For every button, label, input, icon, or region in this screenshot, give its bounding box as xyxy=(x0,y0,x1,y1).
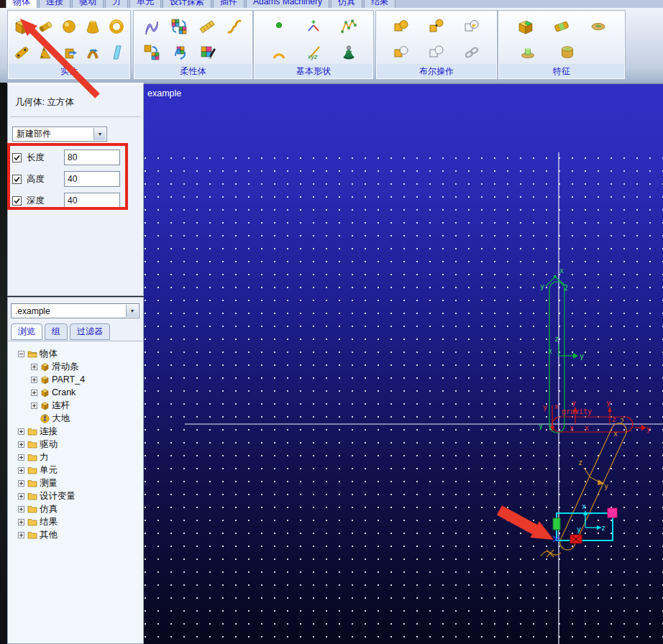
feature-shell-button[interactable] xyxy=(557,42,577,63)
solid-plate-button[interactable] xyxy=(35,42,55,63)
menu-tab-adams-machinery[interactable]: Adams Machinery xyxy=(246,0,329,8)
marker-button[interactable] xyxy=(303,17,324,37)
geometry-dialog-panel: 几何体: 立方体 新建部件 ▼ 长度 高度 深度 xyxy=(7,83,144,296)
expand-expander[interactable] xyxy=(18,428,24,435)
solid-torus-button[interactable] xyxy=(106,17,127,37)
expand-expander[interactable] xyxy=(18,454,24,461)
solid-cylinder-button[interactable] xyxy=(35,17,55,37)
tree-item-connectors[interactable]: 连接 xyxy=(8,425,143,438)
tree-item-rod[interactable]: 连杆 xyxy=(8,399,143,412)
length-checkbox[interactable] xyxy=(12,153,22,162)
tree-item-elements[interactable]: 单元 xyxy=(8,464,143,477)
menu-tab-connectors[interactable]: 连接 xyxy=(39,0,70,8)
point-button[interactable] xyxy=(269,17,289,37)
corner-handle[interactable] xyxy=(608,508,617,518)
cylinder-icon xyxy=(36,17,55,36)
depth-input[interactable] xyxy=(64,193,120,208)
boolean-cut-button[interactable] xyxy=(426,42,447,63)
menu-tab-design-exploration[interactable]: 设计探索 xyxy=(163,0,211,8)
dialog-title: 几何体: 立方体 xyxy=(15,96,74,109)
height-input[interactable] xyxy=(64,171,120,187)
tab-filters[interactable]: 过滤器 xyxy=(70,323,110,340)
expand-expander[interactable] xyxy=(18,441,24,448)
height-checkbox[interactable] xyxy=(12,175,22,184)
svg-text:x: x xyxy=(613,430,618,438)
expand-expander[interactable] xyxy=(31,402,37,409)
boolean-merge-button[interactable] xyxy=(426,17,447,37)
menu-tab-bodies[interactable]: 物体 xyxy=(6,0,37,8)
tree-item-other[interactable]: 其他 xyxy=(8,528,143,541)
feature-fillet-button[interactable] xyxy=(552,17,572,37)
solid-sphere-button[interactable] xyxy=(59,17,79,37)
depth-checkbox[interactable] xyxy=(12,196,22,206)
expand-expander[interactable] xyxy=(18,493,24,500)
tree-item-simulations[interactable]: 仿真 xyxy=(8,502,143,515)
cube-icon xyxy=(40,375,50,385)
tree-item-part4[interactable]: PART_4 xyxy=(8,373,143,386)
arc-button[interactable] xyxy=(269,42,289,63)
dropdown-arrow-icon[interactable]: ▼ xyxy=(126,305,138,317)
menu-tab-motions[interactable]: 驱动 xyxy=(72,0,104,8)
expand-expander[interactable] xyxy=(31,364,37,370)
boolean-subtract-button[interactable] xyxy=(391,42,411,63)
feature-hole-button[interactable] xyxy=(588,17,608,37)
flex-curve-button[interactable] xyxy=(224,17,244,37)
expand-expander[interactable] xyxy=(31,377,37,383)
polyline-button[interactable] xyxy=(339,17,359,37)
tab-groups[interactable]: 组 xyxy=(45,323,68,340)
expand-expander[interactable] xyxy=(18,467,24,474)
boolean-intersect-button[interactable] xyxy=(462,17,482,37)
expand-expander[interactable] xyxy=(18,519,24,525)
tab-browse[interactable]: 浏览 xyxy=(11,323,42,340)
tree-item-slider[interactable]: 滑动条 xyxy=(8,360,143,373)
tree-item-forces[interactable]: 力 xyxy=(8,451,143,464)
menu-tab-elements[interactable]: 单元 xyxy=(129,0,161,8)
feature-chamfer-button[interactable] xyxy=(515,17,535,37)
shell-icon xyxy=(558,43,577,62)
collapse-expander[interactable] xyxy=(18,351,24,357)
solid-frustum-button[interactable] xyxy=(83,17,103,37)
menu-tab-plugins[interactable]: 插件 xyxy=(213,0,244,8)
model-select[interactable]: .example ▼ xyxy=(11,303,140,318)
solid-box-button[interactable] xyxy=(12,17,32,37)
construction-geometry-button[interactable] xyxy=(339,42,359,63)
green-handle[interactable] xyxy=(553,518,560,530)
menu-tab-results[interactable]: 结果 xyxy=(364,0,395,8)
slider-block[interactable]: x z y xyxy=(553,502,617,543)
boolean-union-button[interactable] xyxy=(391,17,411,37)
swap-flex-button[interactable] xyxy=(169,17,189,37)
folder-icon xyxy=(27,505,37,513)
solid-plane-button[interactable] xyxy=(106,42,127,63)
rigid-to-flex-button[interactable] xyxy=(142,42,162,63)
expand-expander[interactable] xyxy=(18,480,24,487)
expand-expander[interactable] xyxy=(31,390,37,396)
tree-item-measures[interactable]: 测量 xyxy=(8,477,143,489)
solid-revolution-button[interactable] xyxy=(83,42,103,63)
boolean-chain-button[interactable] xyxy=(462,42,482,63)
part-mode-select[interactable]: 新建部件 ▼ xyxy=(12,126,107,142)
edit-flex-button[interactable] xyxy=(198,42,219,63)
tree-item-results[interactable]: 结果 xyxy=(8,515,143,528)
menu-tab-simulation[interactable]: 仿真 xyxy=(331,0,362,8)
menu-tab-forces[interactable]: 力 xyxy=(105,0,128,8)
solid-link-button[interactable] xyxy=(12,42,32,63)
length-input[interactable] xyxy=(64,150,120,165)
spline-button[interactable]: xyz xyxy=(303,42,324,63)
expand-expander[interactable] xyxy=(18,506,24,512)
expand-expander[interactable] xyxy=(18,532,24,538)
3d-viewport[interactable]: example x y 2 z x y y z xyxy=(144,83,663,644)
tree-item-design-variables[interactable]: 设计变量 xyxy=(8,489,143,502)
tree-item-motions[interactable]: 驱动 xyxy=(8,438,143,451)
s-curve-icon xyxy=(225,17,244,36)
tree-item-ground[interactable]: 大地 xyxy=(8,412,143,425)
rotate-flex-button[interactable] xyxy=(170,42,190,63)
solid-extrusion-button[interactable] xyxy=(59,42,79,63)
flex-beam-button[interactable] xyxy=(197,17,217,37)
feature-boss-button[interactable] xyxy=(518,42,538,63)
tree-item-bodies[interactable]: 物体 xyxy=(8,347,143,360)
flexible-body-button[interactable] xyxy=(142,17,162,37)
tree-item-crank[interactable]: Crank xyxy=(8,386,143,399)
length-field-row: 长度 xyxy=(12,149,139,166)
dropdown-arrow-icon[interactable]: ▼ xyxy=(93,128,106,140)
cyan-marker-labels: x z y xyxy=(577,502,605,533)
